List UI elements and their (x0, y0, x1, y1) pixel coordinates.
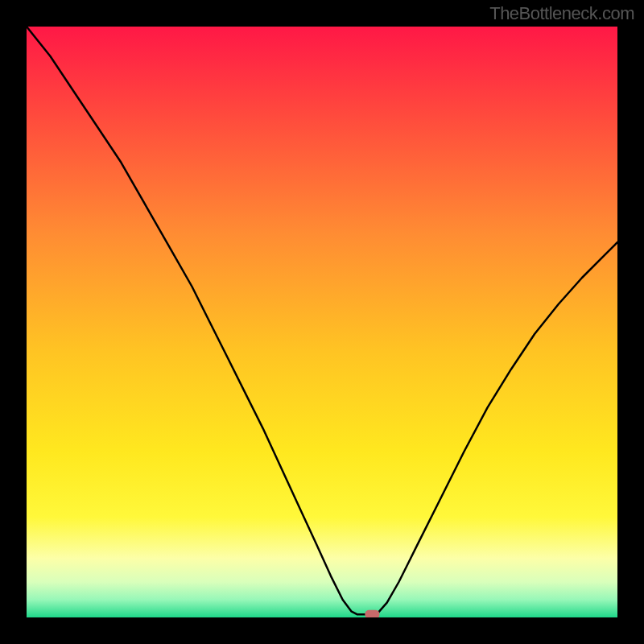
optimal-marker (365, 610, 379, 617)
watermark-text: TheBottleneck.com (489, 3, 634, 24)
chart-frame (27, 27, 617, 617)
gradient-background (27, 27, 617, 617)
bottleneck-chart (27, 27, 617, 617)
